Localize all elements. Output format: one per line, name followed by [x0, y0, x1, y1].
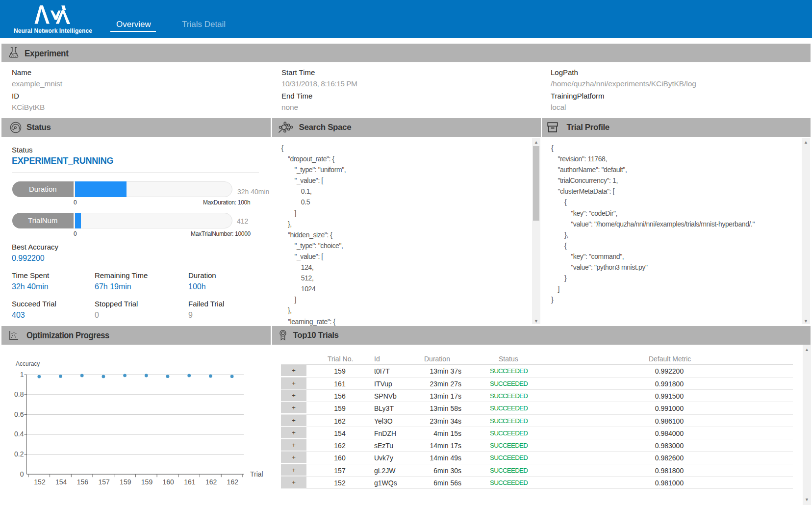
svg-text:0.6: 0.6 — [14, 410, 24, 418]
svg-text:0.4: 0.4 — [14, 430, 24, 438]
svg-text:0.8: 0.8 — [14, 390, 24, 398]
svg-text:162: 162 — [205, 478, 217, 486]
svg-text:0: 0 — [20, 470, 24, 478]
svg-text:161: 161 — [184, 478, 196, 486]
svg-text:159: 159 — [120, 478, 131, 486]
svg-text:Trial: Trial — [250, 470, 263, 478]
svg-text:0.2: 0.2 — [14, 450, 24, 458]
svg-text:160: 160 — [163, 478, 175, 486]
svg-text:1: 1 — [20, 371, 24, 379]
svg-text:159: 159 — [141, 478, 153, 486]
svg-text:152: 152 — [34, 478, 46, 486]
svg-text:Accuracy: Accuracy — [16, 360, 40, 367]
svg-text:156: 156 — [77, 478, 89, 486]
svg-text:157: 157 — [98, 478, 110, 486]
svg-text:162: 162 — [227, 478, 239, 486]
svg-text:154: 154 — [55, 478, 67, 486]
